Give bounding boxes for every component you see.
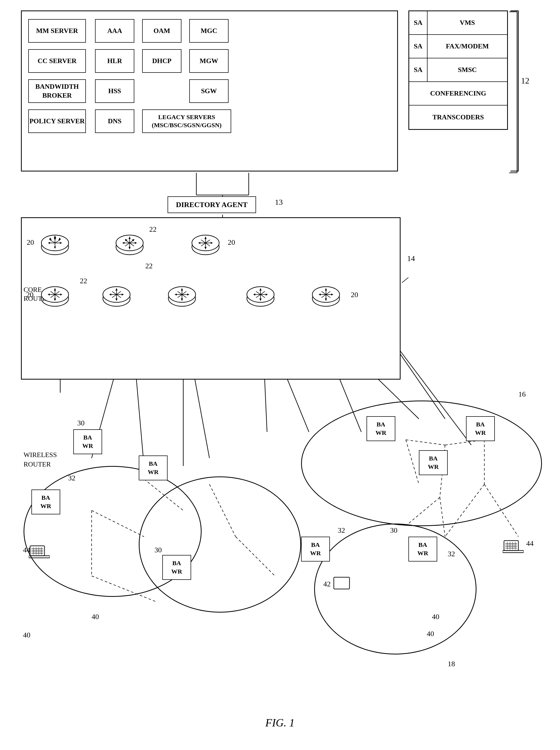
ref-32-3: 32	[448, 550, 455, 558]
vms-label: VMS	[427, 11, 507, 34]
ref-14: 14	[407, 254, 415, 263]
ba-wr-6: BAWR	[466, 416, 495, 441]
ref-40-right: 40	[432, 612, 439, 621]
svg-rect-149	[504, 541, 518, 550]
right-panel-smsc: SA SMSC	[409, 58, 507, 82]
ba-wr-1: BAWR	[73, 429, 102, 454]
ref-20-top-right: 20	[228, 238, 235, 247]
router-bot-2	[102, 284, 131, 314]
ref-30-1: 30	[77, 419, 84, 427]
figure-caption: FIG. 1	[265, 716, 295, 729]
ref-12-top-tick	[511, 11, 518, 11]
server-item-legacy-servers: LEGACY SERVERS(MSC/BSC/SGSN/GGSN)	[142, 109, 231, 133]
ba-wr-3: BAWR	[139, 455, 167, 480]
right-panel-transcoders: TRANSCODERS	[409, 105, 507, 129]
ref-32-1: 32	[68, 474, 75, 482]
ref-42: 42	[323, 580, 331, 588]
server-item-mgc: MGC	[189, 19, 228, 43]
ref-18: 18	[448, 660, 455, 668]
ref-20-bot-left: 20	[26, 290, 34, 299]
ref-30-2: 30	[155, 546, 162, 554]
ref-12-bracket	[518, 11, 519, 171]
right-panel-conferencing: CONFERENCING	[409, 82, 507, 105]
conferencing-label: CONFERENCING	[409, 82, 507, 105]
server-item-mm-server: MM SERVER	[28, 19, 86, 43]
ba-wr-8: BAWR	[301, 536, 330, 562]
ref-12: 12	[521, 76, 529, 86]
smsc-label: SMSC	[427, 58, 507, 81]
router-22-top	[191, 232, 220, 262]
ref-20-top-left: 20	[27, 238, 34, 247]
router-20-bot-left	[41, 284, 69, 314]
ref-22-top: 22	[149, 225, 157, 234]
ref-12-bot-tick	[511, 171, 518, 171]
wireless-router-label: WIRELESSROUTER	[24, 450, 57, 469]
ref-32-2: 32	[338, 526, 345, 534]
ref-13: 13	[275, 198, 283, 206]
svg-rect-148	[334, 577, 349, 589]
server-item-hlr: HLR	[95, 49, 134, 73]
server-box: MM SERVER AAA OAM MGC CC SERVER HLR DHCP…	[21, 11, 398, 171]
svg-rect-138	[30, 546, 44, 556]
router-bot-4	[246, 284, 275, 314]
ref-22-bot-mid: 22	[145, 262, 153, 270]
device-laptop-right	[503, 539, 524, 556]
ref-44-right: 44	[526, 539, 534, 548]
device-laptop-left	[29, 545, 50, 561]
ba-wr-5: BAWR	[366, 416, 395, 441]
router-bot-5	[312, 284, 340, 314]
transcoders-label: TRANSCODERS	[409, 105, 507, 129]
ba-wr-9: BAWR	[408, 536, 437, 562]
server-item-sgw: SGW	[189, 79, 228, 103]
ref-30-3: 30	[390, 526, 397, 534]
server-item-mgw: MGW	[189, 49, 228, 73]
ref-16: 16	[518, 390, 526, 399]
svg-rect-139	[29, 556, 50, 558]
ref-40-bot-right-2: 40	[427, 630, 434, 638]
right-panel-fax: SA FAX/MODEM	[409, 35, 507, 58]
server-item-hss: HSS	[95, 79, 134, 103]
ref-40-bot-left: 40	[23, 631, 31, 639]
ba-wr-4: BAWR	[162, 555, 191, 580]
server-item-cc-server: CC SERVER	[28, 49, 86, 73]
ref-20-bot-right: 20	[351, 290, 358, 299]
directory-agent-box: DIRECTORY AGENT	[167, 196, 256, 213]
right-panel: SA VMS SA FAX/MODEM SA SMSC CONFERENCING…	[408, 11, 508, 130]
ref-44-left: 44	[23, 546, 31, 554]
server-item-dhcp: DHCP	[142, 49, 181, 73]
server-item-bandwidth-broker: BANDWIDTHBROKER	[28, 79, 86, 103]
ref-22-bot-left: 22	[80, 277, 87, 285]
server-item-dns: DNS	[95, 109, 134, 133]
ba-wr-2: BAWR	[32, 489, 60, 514]
right-panel-vms: SA VMS	[409, 11, 507, 35]
cell-middle	[139, 477, 301, 612]
router-20-top-left	[41, 232, 69, 262]
router-bot-3	[167, 284, 196, 314]
server-item-aaa: AAA	[95, 19, 134, 43]
ref-40-left: 40	[92, 612, 99, 621]
fax-label: FAX/MODEM	[427, 35, 507, 58]
server-item-oam: OAM	[142, 19, 181, 43]
svg-rect-150	[503, 550, 524, 553]
sa-label-smsc: SA	[409, 58, 427, 81]
server-item-policy-server: POLICY SERVER	[28, 109, 86, 133]
device-tablet-mid	[333, 576, 351, 591]
page: MM SERVER AAA OAM MGC CC SERVER HLR DHCP…	[0, 0, 560, 750]
sa-label-fax: SA	[409, 35, 427, 58]
ba-wr-7: BAWR	[419, 450, 448, 475]
sa-label-vms: SA	[409, 11, 427, 34]
svg-line-8	[402, 278, 408, 283]
router-20-mid-top	[115, 232, 144, 262]
